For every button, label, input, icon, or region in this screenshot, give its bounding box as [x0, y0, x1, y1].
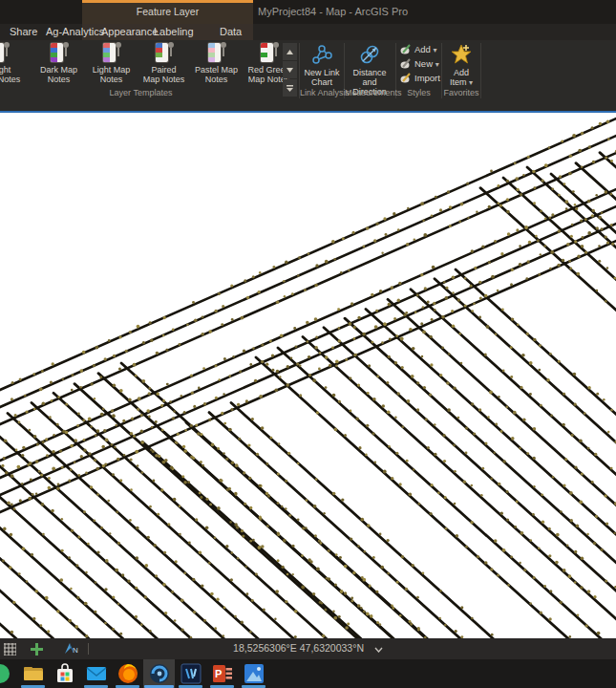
gallery-item-paired[interactable]: PairedMap Notes	[138, 42, 190, 88]
photos-icon	[244, 663, 265, 684]
group-label-favorites: Favorites	[442, 88, 480, 97]
map-notes-template-icon	[259, 42, 280, 63]
mail-icon	[86, 663, 107, 684]
gallery-item-label: PairedMap Notes	[138, 65, 190, 84]
gallery-item-light-map[interactable]: Light MapNotes	[85, 42, 138, 88]
file-explorer-icon	[23, 663, 44, 684]
svg-text:P: P	[215, 668, 222, 679]
ribbon: BrightMap NotesDark MapNotesLight MapNot…	[0, 40, 616, 111]
dropdown-caret: ▾	[434, 46, 437, 54]
gallery-item-label: Dark MapNotes	[32, 65, 85, 84]
button-label: New Link	[304, 68, 339, 77]
taskbar-firefox[interactable]	[112, 659, 143, 688]
map-notes-template-icon	[49, 42, 70, 63]
gallery-item-label: Pastel MapNotes	[190, 65, 243, 84]
link-chart-icon	[310, 43, 333, 66]
coordinate-text: 18,5256306°E 47,6320033°N	[233, 642, 364, 654]
new-link-chart-button[interactable]: New Link Chart	[300, 43, 344, 87]
taskbar-microsoft-store[interactable]	[49, 659, 80, 688]
gallery-item-dark-map[interactable]: Dark MapNotes	[32, 42, 85, 88]
add-item-button[interactable]: Add Item ▾	[442, 43, 480, 88]
chevron-down-icon	[374, 647, 383, 653]
distance-direction-icon	[358, 43, 381, 66]
dropdown-caret: ▾	[435, 60, 439, 69]
contextual-accent-bar	[82, 0, 253, 3]
ribbon-tab-row: Share Ag-Analytics Appearance Labeling D…	[0, 24, 616, 40]
gallery-scroll-down-button[interactable]	[283, 61, 297, 78]
gallery-item-bright[interactable]: BrightMap Notes	[0, 42, 26, 88]
gallery-expand-button[interactable]	[283, 79, 297, 97]
map-notes-template-icon	[101, 42, 122, 63]
group-label-measurements: Measurements	[345, 88, 395, 97]
gallery-scrollbar	[283, 43, 297, 97]
tab-appearance[interactable]: Appearance	[101, 26, 158, 37]
pushpin-icon	[62, 42, 69, 57]
map-view[interactable]	[0, 113, 616, 638]
button-label: Chart	[311, 77, 332, 87]
gallery-item-pastel-map[interactable]: Pastel MapNotes	[190, 42, 243, 88]
tab-labeling[interactable]: Labeling	[154, 26, 194, 37]
gallery-scroll-up-button[interactable]	[283, 43, 297, 60]
pushpin-icon	[272, 42, 279, 57]
windows-taskbar: P	[0, 659, 616, 688]
button-label: New	[414, 58, 433, 69]
contextual-group-label: Feature Layer	[82, 6, 253, 17]
app-w-icon	[181, 663, 202, 684]
group-label-layer-templates: Layer Templates	[0, 88, 282, 97]
tab-share[interactable]: Share	[10, 26, 37, 37]
gallery-item-label: BrightMap Notes	[0, 65, 26, 84]
taskbar-powerpoint[interactable]: P	[206, 659, 238, 688]
powerpoint-icon: P	[212, 663, 233, 684]
firefox-icon	[117, 663, 138, 684]
microsoft-store-icon	[54, 663, 75, 684]
gallery-item-label: Light MapNotes	[85, 65, 138, 84]
button-label: Import	[414, 73, 440, 83]
tab-ag-analytics[interactable]: Ag-Analytics	[46, 26, 104, 37]
pushpin-icon	[167, 42, 174, 57]
map-notes-template-icon	[154, 42, 175, 63]
group-separator	[480, 43, 481, 98]
taskbar-file-explorer[interactable]	[17, 659, 49, 688]
pushpin-icon	[220, 42, 226, 57]
button-label: Add	[414, 44, 431, 54]
arcgis-pro-icon	[149, 663, 170, 684]
button-label: Add	[454, 68, 469, 77]
window-title: MyProject84 - Map - ArcGIS Pro	[258, 6, 408, 17]
taskbar-mail[interactable]	[80, 659, 112, 688]
taskbar-arcgis-pro[interactable]	[143, 659, 175, 688]
green-app-icon	[0, 663, 11, 684]
coordinate-readout[interactable]: 18,5256306°E 47,6320033°N	[0, 642, 616, 654]
tab-data[interactable]: Data	[220, 26, 242, 37]
group-label-link-analysis: Link Analysis	[300, 88, 344, 97]
arcgis-pro-window: Feature Layer MyProject84 - Map - ArcGIS…	[0, 0, 616, 688]
taskbar-edge-green-app[interactable]	[0, 659, 11, 688]
pushpin-icon	[3, 42, 10, 57]
gps-track-lines	[0, 113, 616, 638]
favorite-star-icon	[450, 43, 473, 66]
taskbar-photos[interactable]	[238, 659, 269, 688]
map-notes-template-icon	[206, 42, 227, 63]
taskbar-app-w[interactable]	[175, 659, 206, 688]
pushpin-icon	[115, 42, 121, 57]
map-notes-template-icon	[0, 42, 11, 63]
map-status-bar: N 18,5256306°E 47,6320033°N	[0, 638, 616, 659]
group-label-styles: Styles	[396, 88, 441, 97]
button-label: Item	[450, 77, 467, 87]
contextual-tab-group: Feature Layer	[82, 0, 253, 24]
dropdown-caret: ▾	[469, 78, 473, 87]
titlebar: Feature Layer MyProject84 - Map - ArcGIS…	[0, 0, 616, 24]
button-label: Distance and	[352, 68, 386, 87]
